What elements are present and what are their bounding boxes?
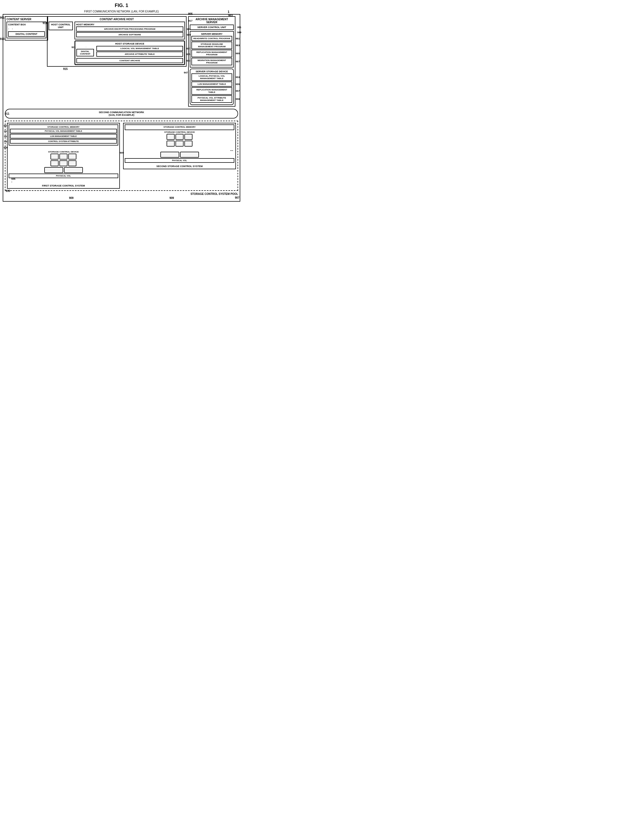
second-storage-control-device-label: STORAGE CONTROL DEVICE — [125, 131, 234, 133]
ref-941: 941 — [4, 130, 8, 132]
network1-label: FIRST COMMUNICATION NETWORK (LAN, FOR EX… — [3, 10, 240, 13]
server-memory-title: SERVER MEMORY — [191, 33, 232, 35]
ref-907: 907 — [235, 196, 239, 199]
ref-959: 959 — [235, 98, 240, 100]
disk-3 — [68, 153, 76, 159]
archive-software-item: ARCHIVE SOFTWARE — [76, 32, 183, 37]
san-network-label: SECOND COMMUNICATION NETWORK (SAN, FOR E… — [99, 111, 144, 116]
content-box-inner: CONTENT BOX · · DIGITAL CONTENT — [6, 22, 46, 38]
ref-967: 967 — [235, 60, 240, 63]
host-storage-title: HOST STORAGE DEVICE — [76, 43, 183, 45]
ref-915: 915 — [63, 68, 68, 71]
first-storage-control-device-label: STORAGE CONTROL DEVICE — [9, 151, 118, 153]
ref-909-bottom-right: 909 — [169, 196, 174, 199]
storage-dots: · · — [76, 46, 95, 48]
host-storage-box: HOST STORAGE DEVICE 921 · · DIGITAL CONT… — [74, 41, 185, 65]
ref-943: 943 — [4, 135, 8, 137]
logical-physical-vol-mgmt-table: LOGICAL-PHYSICAL VOL MANAGEMENT TABLE — [191, 73, 232, 81]
control-system-attribute: CONTROL SYSTEM ATTRIBUTE — [10, 139, 117, 144]
first-storage-control-memory-box: STORAGE CONTROL MEMORY 941 PHYSICAL VOL … — [9, 125, 118, 145]
archive-host-title: CONTENT ARCHIVE HOST — [49, 18, 185, 21]
storage-deadline-mgmt-program: STORAGE DEADLINE MANAGEMENT PROGRAM — [191, 41, 232, 49]
server-storage-device-box: SERVER STORAGE DEVICE 953 LOGICAL-PHYSIC… — [190, 69, 234, 105]
page: FIG. 1 1 FIRST COMMUNICATION NETWORK (LA… — [3, 3, 240, 202]
second-storage-system-label: SECOND STORAGE CONTROL SYSTEM — [125, 165, 234, 167]
ref-909-bottom-left: 909 — [69, 196, 74, 199]
ref-935: 935 — [11, 178, 16, 180]
ref-965: 965 — [235, 52, 240, 55]
disk-sl2 — [180, 152, 199, 158]
ref-955: 955 — [235, 83, 240, 85]
disk-s6 — [184, 141, 193, 147]
archive-mgmt-title: ARCHIVE MANAGEMENT SERVER — [190, 18, 234, 24]
second-storage-control-memory-title: STORAGE CONTROL MEMORY — [126, 126, 233, 128]
second-storage-control-memory-box: STORAGE CONTROL MEMORY — [125, 125, 234, 130]
ref-937: 937 — [4, 125, 8, 127]
second-storage-system-box: STORAGE CONTROL MEMORY STORAGE CONTROL D… — [123, 123, 236, 169]
ref-951: 951 — [237, 26, 241, 28]
disk-large-2 — [64, 167, 83, 173]
server-memory-box: SERVER MEMORY 961 READ/WRITE CONTROL PRO… — [190, 31, 234, 68]
ref-901: 901 — [0, 16, 5, 19]
ref-947: 947 — [184, 71, 188, 74]
disk-s3 — [184, 134, 193, 140]
san-network-ellipse: SECOND COMMUNICATION NETWORK (SAN, FOR E… — [5, 109, 238, 118]
ref-963: 963 — [235, 44, 240, 47]
storage-pool-label: STORAGE CONTROL SYSTEM POOL — [5, 193, 238, 196]
ref-919: 919 — [43, 22, 47, 25]
server-control-unit-box: SERVER CONTROL UNIT — [190, 25, 234, 30]
disk-s5 — [175, 141, 183, 147]
rw-control-program: READ/WRITE CONTROL PROGRAM — [191, 36, 232, 41]
archive-encryption-item: ARCHIVE ENCRYPTION PROCESSING PROGRAM — [76, 27, 183, 32]
first-storage-system-box: 937 STORAGE CONTROL MEMORY 941 PHYSICAL … — [7, 123, 120, 189]
content-server-box: CONTENT SERVER CONTENT BOX · · DIGITAL C… — [5, 16, 48, 41]
figure-number: FIG. 1 — [3, 3, 240, 8]
archive-host-box: CONTENT ARCHIVE HOST 919 HOST CONTROL UN… — [47, 16, 186, 67]
physical-vol-mgmt-table: PHYSICAL VOL MANAGEMENT TABLE — [10, 129, 117, 133]
ref-957: 957 — [235, 90, 240, 92]
second-storage-dots: ... — [125, 147, 234, 152]
disk-4 — [51, 160, 58, 166]
ref-933: 933 — [6, 189, 10, 193]
ref-1: 1 — [228, 10, 229, 14]
ref-913: 913 — [0, 38, 5, 41]
disk-6 — [68, 160, 76, 166]
digital-content-storage-label: DIGITAL CONTENT — [78, 50, 93, 55]
disk-large-1 — [44, 167, 63, 173]
first-storage-system-label: FIRST STORAGE CONTROL SYSTEM — [9, 184, 118, 187]
digital-content-box: DIGITAL CONTENT — [8, 31, 45, 37]
lun-mgmt-table: LUN MANAGEMENT TABLE — [191, 82, 232, 87]
storage-systems-area: 933 937 STORAGE CONTROL MEMORY 941 PHYSI… — [5, 121, 238, 191]
ref-905: 905 — [188, 13, 193, 16]
host-control-unit-box: HOST CONTROL UNIT — [49, 22, 73, 30]
physical-vol-attr-mgmt-table: PHYSICAL VOL ATTRIBUTE MANAGEMENT TABLE — [191, 95, 232, 103]
first-storage-control-memory-title: STORAGE CONTROL MEMORY — [10, 126, 117, 128]
disk-s1 — [167, 134, 175, 140]
ref-939: 939 — [4, 146, 8, 149]
disk-2 — [59, 153, 68, 159]
disk-s2 — [175, 134, 183, 140]
lun-mgmt-table-first: LUN MANAGEMENT TABLE — [10, 134, 117, 139]
ref-909a: 909 — [120, 152, 124, 154]
ref-949: 949 — [237, 31, 241, 34]
first-physical-vol-label: PHYSICAL VOL — [9, 174, 118, 178]
replication-mgmt-program: REPLICATION MANAGEMENT PROGRAM — [191, 50, 232, 57]
digital-content-storage-box: DIGITAL CONTENT — [76, 49, 94, 57]
disk-5 — [59, 160, 68, 166]
content-server-title: CONTENT SERVER — [6, 18, 46, 21]
content-box-label: CONTENT BOX — [8, 23, 45, 26]
content-archive-box: CONTENT ARCHIVE — [76, 58, 183, 63]
ref-961: 961 — [235, 37, 240, 40]
ref-911: 911 — [5, 112, 9, 115]
server-storage-device-title: SERVER STORAGE DEVICE — [191, 70, 232, 73]
logical-vol-mgmt-table: LOGICAL VOL MANAGEMENT TABLE — [96, 46, 183, 51]
replication-mgmt-table: REPLICATION MANAGEMENT TABLE — [191, 87, 232, 95]
disk-1 — [51, 153, 58, 159]
migration-mgmt-program: MIGRATION MANAGEMENT PROGRAM — [191, 58, 232, 65]
first-storage-dots: : — [9, 180, 118, 183]
host-memory-box: HOST MEMORY 931 ARCHIVE ENCRYPTION PROCE… — [74, 22, 185, 39]
disk-s4 — [167, 141, 175, 147]
disk-sl1 — [160, 152, 179, 158]
ref-945: 945 — [4, 140, 8, 142]
ref-921: 921 — [71, 46, 76, 49]
